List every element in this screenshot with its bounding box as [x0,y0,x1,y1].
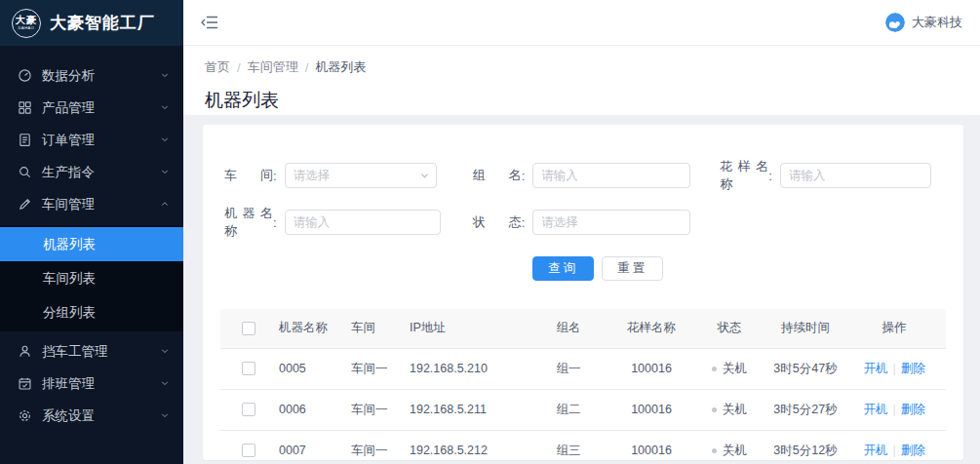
pen-icon [17,197,32,213]
status-select-input[interactable] [532,210,690,235]
power-on-link[interactable]: 开机 [863,362,887,375]
logo-badge-zh: 大豪 [16,16,37,25]
breadcrumb-home[interactable]: 首页 [205,58,230,76]
sidebar-item-label: 数据分析 [42,67,160,85]
cell-machine-name: 0006 [277,389,349,430]
action-separator: | [892,362,895,375]
sidebar-item-label: 挡车工管理 [42,343,160,361]
status-label: 状态: [473,213,526,231]
page-title: 机器列表 [205,88,959,113]
workshop-label: 车间: [224,167,277,184]
sidebar-subitem-workshop-list[interactable]: 车间列表 [0,261,183,295]
sidebar-item-system-settings[interactable]: 系统设置 [0,400,183,432]
sidebar-item-product-mgmt[interactable]: 产品管理 [0,92,183,124]
breadcrumb: 首页 / 车间管理 / 机器列表 [205,58,959,76]
status-select[interactable] [532,210,690,235]
calendar-icon [17,376,32,392]
pattern-name-field [780,163,931,188]
power-on-link[interactable]: 开机 [863,403,887,416]
cell-pattern: 100016 [612,348,690,389]
machine-list-card: 车间: 组名: 花 [203,125,963,460]
cell-machine-name: 0005 [277,348,349,389]
machine-table: 机器名称 车间 IP地址 组名 花样名称 状态 持续时间 操作 [220,309,946,464]
sidebar: 大豪 DAHAO 大豪智能工厂 数据分析 产品管理 [0,0,183,464]
table-row: 0005 车间一 192.168.5.210 组一 100016 关机 3时5分… [220,348,946,389]
sidebar-item-label: 车间管理 [42,196,160,213]
breadcrumb-workshop-mgmt[interactable]: 车间管理 [248,58,298,76]
chevron-down-icon [160,376,170,391]
person-icon [17,344,32,360]
logo-badge-en: DAHAO [19,25,35,30]
brand-header: 大豪 DAHAO 大豪智能工厂 [0,0,183,46]
group-name-label: 组名: [473,167,526,184]
status-dot-icon [712,367,717,371]
sidebar-item-operator-mgmt[interactable]: 挡车工管理 [0,335,183,367]
chevron-down-icon [160,100,170,115]
chevron-down-icon [160,68,170,83]
row-checkbox[interactable] [242,403,255,416]
cell-workshop: 车间一 [349,389,408,430]
status-badge: 关机 [692,361,766,377]
table-row: 0006 车间一 192.168.5.211 组二 100016 关机 3时5分… [220,389,946,430]
col-pattern: 花样名称 [612,309,690,348]
power-on-link[interactable]: 开机 [863,444,887,457]
cell-ip: 192.168.5.211 [408,389,525,430]
user-menu[interactable]: 大豪科技 [885,13,962,32]
workshop-select-input[interactable] [285,163,437,188]
sidebar-item-data-analysis[interactable]: 数据分析 [0,59,183,92]
delete-link[interactable]: 删除 [901,444,925,457]
breadcrumb-separator: / [305,60,309,75]
page-header: 首页 / 车间管理 / 机器列表 机器列表 [183,46,980,115]
sidebar-item-label: 产品管理 [42,99,160,117]
breadcrumb-separator: / [237,60,241,75]
chevron-up-icon [160,197,170,212]
sidebar-subitem-group-list[interactable]: 分组列表 [0,295,183,329]
user-name: 大豪科技 [912,14,962,31]
pattern-name-input[interactable] [780,163,931,188]
group-name-input[interactable] [532,163,690,188]
app-window: 大豪 DAHAO 大豪智能工厂 数据分析 产品管理 [0,0,980,464]
collapse-sidebar-icon[interactable] [201,14,222,31]
cell-workshop: 车间一 [349,348,408,389]
cell-group: 组一 [525,348,612,389]
col-workshop: 车间 [349,309,408,348]
table-header-row: 机器名称 车间 IP地址 组名 花样名称 状态 持续时间 操作 [220,309,946,348]
sidebar-item-production-order[interactable]: 生产指令 [0,156,183,188]
machine-name-field [285,210,441,235]
select-all-checkbox[interactable] [242,322,255,335]
user-avatar [885,13,905,32]
sidebar-nav: 数据分析 产品管理 订单管理 生产 [0,46,183,432]
sidebar-item-label: 系统设置 [42,407,160,425]
reset-button[interactable]: 重置 [602,256,663,281]
chevron-down-icon [160,344,170,359]
sidebar-item-order-mgmt[interactable]: 订单管理 [0,124,183,156]
group-name-field [532,163,690,188]
status-dot-icon [712,448,717,453]
action-separator: | [892,403,895,416]
chevron-down-icon [160,408,170,423]
brand-logo-icon: 大豪 DAHAO [12,9,41,38]
cell-machine-name: 0007 [277,430,349,464]
pattern-name-label: 花样名称: [720,158,772,193]
sidebar-item-label: 订单管理 [42,132,160,149]
action-separator: | [892,444,895,457]
search-button[interactable]: 查询 [532,256,594,281]
cell-duration: 3时5分27秒 [768,389,843,430]
col-ip: IP地址 [408,309,525,348]
delete-link[interactable]: 删除 [901,403,925,416]
sidebar-subitem-machine-list[interactable]: 机器列表 [0,227,183,261]
row-checkbox[interactable] [242,444,255,457]
product-icon [17,100,32,116]
col-duration: 持续时间 [768,309,843,348]
cell-group: 组二 [525,389,612,430]
delete-link[interactable]: 删除 [901,362,925,375]
workshop-select[interactable] [285,163,437,188]
sidebar-item-label: 生产指令 [42,164,160,181]
col-group: 组名 [525,309,612,348]
machine-name-input[interactable] [285,210,441,235]
col-actions: 操作 [843,309,946,348]
row-checkbox[interactable] [242,362,255,375]
sidebar-item-workshop-mgmt[interactable]: 车间管理 [0,188,183,220]
cell-duration: 3时5分47秒 [768,348,843,389]
sidebar-item-schedule-mgmt[interactable]: 排班管理 [0,367,183,400]
